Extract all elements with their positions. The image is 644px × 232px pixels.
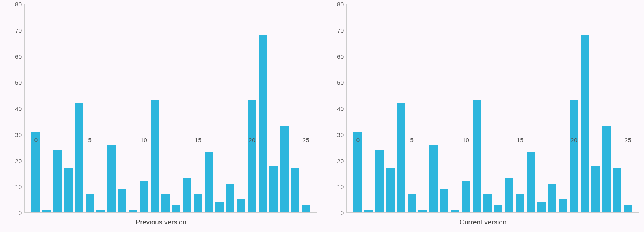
y-tick-label: 0 xyxy=(19,209,22,216)
grid-line xyxy=(347,108,639,108)
grid-line xyxy=(347,30,639,30)
bar xyxy=(440,189,449,212)
y-tick-label: 40 xyxy=(337,105,344,112)
bar xyxy=(161,194,170,212)
bar xyxy=(429,145,438,212)
y-tick-label: 70 xyxy=(337,27,344,33)
y-tick-label: 10 xyxy=(15,183,22,190)
y-tick-label: 0 xyxy=(341,209,344,216)
bar xyxy=(375,150,384,212)
bar xyxy=(31,132,40,212)
grid-line xyxy=(347,134,639,134)
bar xyxy=(386,168,395,212)
chart-panel-current: 01020304050607080 0510152025 Current ver… xyxy=(327,4,639,228)
bar xyxy=(548,184,556,212)
grid-line xyxy=(25,4,317,4)
bar xyxy=(624,205,632,212)
grid-line xyxy=(347,56,639,56)
bar xyxy=(53,150,62,212)
grid-line xyxy=(25,212,317,212)
y-tick-label: 40 xyxy=(15,105,22,112)
grid-line xyxy=(347,160,639,160)
y-tick-label: 30 xyxy=(337,131,344,138)
y-tick-label: 30 xyxy=(15,131,22,138)
y-tick-label: 50 xyxy=(15,79,22,86)
bar xyxy=(194,194,202,212)
bar xyxy=(494,205,502,212)
bar xyxy=(151,100,159,212)
y-tick-label: 60 xyxy=(337,53,344,60)
bar xyxy=(75,103,84,212)
bar xyxy=(516,194,524,212)
bar xyxy=(408,194,416,212)
bar xyxy=(248,100,256,212)
bar xyxy=(527,152,535,212)
x-tick-label: 0 xyxy=(356,137,360,143)
y-tick-label: 80 xyxy=(15,1,22,8)
bar xyxy=(86,194,94,212)
y-tick-label: 80 xyxy=(337,1,344,8)
bar xyxy=(215,202,224,212)
bar xyxy=(483,194,492,212)
bar xyxy=(473,100,481,212)
x-tick-label: 10 xyxy=(462,137,469,143)
chart-subtitle: Previous version xyxy=(5,213,317,228)
bar xyxy=(226,184,234,212)
x-tick-label: 25 xyxy=(303,137,309,143)
y-axis: 01020304050607080 xyxy=(5,4,24,213)
y-tick-label: 50 xyxy=(337,79,344,86)
bar xyxy=(570,100,578,212)
grid-line xyxy=(25,108,317,108)
grid-line xyxy=(25,186,317,186)
bars-layer xyxy=(347,4,639,212)
x-tick-label: 10 xyxy=(140,137,147,143)
bar xyxy=(302,205,310,212)
grid-line xyxy=(25,134,317,134)
bar xyxy=(353,132,362,212)
bar xyxy=(613,168,621,212)
bars-layer xyxy=(25,4,317,212)
bar xyxy=(172,205,180,212)
charts-container: 01020304050607080 0510152025 Previous ve… xyxy=(0,0,644,232)
grid-line xyxy=(347,4,639,4)
bar xyxy=(107,145,116,212)
x-tick-label: 15 xyxy=(194,137,201,143)
y-tick-label: 20 xyxy=(15,157,22,164)
x-tick-label: 15 xyxy=(516,137,523,143)
bar xyxy=(505,178,513,212)
bar xyxy=(291,168,299,212)
bar xyxy=(237,199,245,212)
x-tick-label: 0 xyxy=(34,137,38,143)
chart-area: 01020304050607080 0510152025 xyxy=(327,4,639,213)
x-tick-label: 25 xyxy=(625,137,631,143)
grid-line xyxy=(347,82,639,82)
x-tick-label: 5 xyxy=(410,137,414,143)
chart-area: 01020304050607080 0510152025 xyxy=(5,4,317,213)
bar xyxy=(205,152,213,212)
bar xyxy=(64,168,73,212)
chart-panel-previous: 01020304050607080 0510152025 Previous ve… xyxy=(5,4,317,228)
bar xyxy=(591,166,600,212)
y-tick-label: 20 xyxy=(337,157,344,164)
bar xyxy=(397,103,406,212)
y-tick-label: 10 xyxy=(337,183,344,190)
chart-subtitle: Current version xyxy=(327,213,639,228)
plot-area: 0510152025 xyxy=(346,4,639,213)
grid-line xyxy=(25,30,317,30)
grid-line xyxy=(347,186,639,186)
x-tick-label: 5 xyxy=(88,137,92,143)
grid-line xyxy=(25,56,317,56)
grid-line xyxy=(25,160,317,160)
bar xyxy=(280,126,289,212)
bar xyxy=(118,189,127,212)
x-tick-label: 20 xyxy=(249,137,255,143)
grid-line xyxy=(347,212,639,212)
bar xyxy=(602,126,611,212)
bar xyxy=(269,166,278,212)
bar xyxy=(537,202,546,212)
plot-area: 0510152025 xyxy=(24,4,317,213)
y-tick-label: 70 xyxy=(15,27,22,33)
y-axis: 01020304050607080 xyxy=(327,4,346,213)
grid-line xyxy=(25,82,317,82)
bar xyxy=(559,199,567,212)
